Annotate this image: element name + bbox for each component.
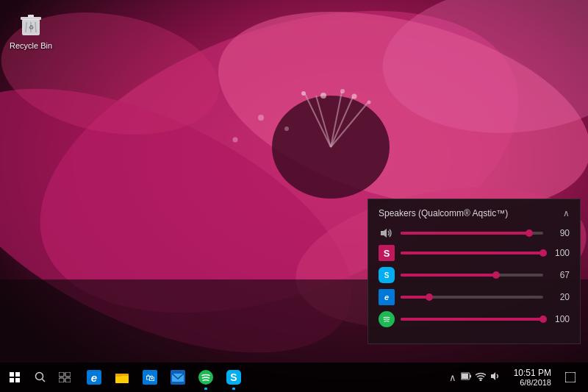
spotify-icon — [379, 311, 395, 327]
svg-point-12 — [340, 89, 345, 93]
svg-rect-39 — [65, 372, 71, 377]
svg-point-14 — [368, 101, 371, 104]
svg-point-16 — [258, 115, 264, 121]
volume-icon[interactable] — [490, 371, 501, 383]
battery-icon[interactable] — [461, 372, 471, 383]
svg-rect-45 — [115, 376, 129, 383]
recycle-bin-label: Recycle Bin — [10, 41, 52, 50]
skype-volume-value: 67 — [549, 270, 570, 280]
svg-line-37 — [43, 379, 46, 382]
taskbar: e 🛍 — [0, 363, 588, 392]
edge-slider[interactable] — [401, 296, 543, 299]
svg-text:S: S — [384, 271, 390, 279]
svg-text:e: e — [384, 293, 389, 302]
spotify-volume-value: 100 — [549, 314, 570, 324]
desktop: ♻ Recycle Bin Speakers (Qualcomm® Aqstic… — [0, 0, 588, 392]
svg-rect-25 — [28, 15, 34, 18]
svg-point-18 — [233, 138, 238, 143]
clock-time: 10:51 PM — [514, 368, 551, 378]
svg-rect-55 — [470, 374, 471, 377]
tray-overflow-button[interactable]: ∧ — [449, 372, 456, 383]
edge-volume-value: 20 — [549, 292, 570, 302]
sys-tray-icons: ∧ — [443, 363, 506, 392]
clock-date: 6/8/2018 — [520, 378, 551, 387]
skype-slider[interactable] — [401, 274, 543, 277]
volume-row-spotify: 100 — [379, 311, 570, 327]
taskbar-mail-button[interactable] — [165, 363, 191, 391]
speaker-volume-value: 90 — [549, 228, 570, 238]
store-icon: 🛍 — [143, 370, 157, 385]
svg-point-17 — [284, 126, 289, 131]
svg-rect-46 — [115, 374, 121, 377]
taskbar-spotify-button[interactable] — [193, 363, 219, 391]
s-app-slider[interactable] — [401, 252, 543, 254]
svg-marker-30 — [381, 229, 387, 238]
volume-row-s-app: S 100 — [379, 245, 570, 261]
edge-icon: e — [379, 289, 395, 305]
svg-point-57 — [479, 379, 481, 381]
search-icon — [35, 371, 46, 383]
collapse-chevron[interactable]: ∧ — [563, 208, 570, 218]
svg-point-13 — [352, 94, 357, 99]
taskbar-skype-button[interactable]: S — [220, 363, 247, 391]
taskbar-skype-icon: S — [226, 370, 241, 385]
volume-svg — [490, 371, 501, 381]
mail-icon — [171, 370, 185, 385]
svg-point-15 — [301, 91, 306, 96]
wifi-svg — [476, 372, 486, 381]
svg-rect-38 — [59, 372, 64, 377]
svg-rect-59 — [565, 372, 576, 382]
speaker-icon — [379, 227, 395, 239]
task-view-icon — [59, 372, 71, 382]
system-tray: ∧ — [443, 363, 588, 392]
s-app-volume-value: 100 — [549, 248, 570, 258]
svg-line-26 — [26, 22, 26, 32]
taskbar-edge-button[interactable]: e — [81, 363, 107, 391]
svg-text:e: e — [91, 371, 97, 384]
svg-point-11 — [320, 93, 326, 99]
taskbar-app-icons: e 🛍 — [78, 363, 443, 391]
recycle-bin-icon: ♻ — [16, 9, 46, 38]
taskbar-spotify-icon — [198, 370, 213, 385]
svg-text:♻: ♻ — [29, 24, 34, 31]
svg-text:🛍: 🛍 — [146, 372, 155, 383]
svg-point-36 — [36, 373, 43, 380]
s-app-icon: S — [379, 245, 395, 261]
windows-icon — [10, 372, 20, 382]
wifi-icon[interactable] — [476, 372, 486, 383]
panel-title: Speakers (Qualcomm® Aqstic™) — [379, 208, 508, 218]
svg-line-28 — [35, 22, 36, 32]
svg-marker-58 — [491, 372, 495, 380]
recycle-bin[interactable]: ♻ Recycle Bin — [6, 6, 56, 53]
taskbar-explorer-button[interactable] — [109, 363, 135, 391]
task-view-button[interactable] — [51, 363, 78, 391]
action-center-icon — [565, 372, 576, 382]
explorer-icon — [115, 370, 129, 385]
svg-rect-40 — [59, 378, 64, 382]
taskbar-store-button[interactable]: 🛍 — [137, 363, 163, 391]
volume-row-skype: S 67 — [379, 267, 570, 283]
search-button[interactable] — [29, 363, 51, 391]
volume-panel: Speakers (Qualcomm® Aqstic™) ∧ 90 S — [368, 199, 581, 344]
spotify-slider[interactable] — [401, 318, 543, 321]
action-center-button[interactable] — [559, 363, 582, 392]
panel-header: Speakers (Qualcomm® Aqstic™) ∧ — [379, 208, 570, 218]
skype-icon: S — [379, 267, 395, 283]
svg-rect-56 — [462, 374, 468, 379]
volume-row-edge: e 20 — [379, 289, 570, 305]
svg-text:S: S — [230, 371, 237, 383]
battery-svg — [461, 372, 471, 381]
start-button[interactable] — [0, 363, 29, 392]
speaker-slider[interactable] — [401, 232, 543, 235]
svg-rect-41 — [65, 378, 71, 382]
volume-row-speaker: 90 — [379, 227, 570, 239]
taskbar-clock[interactable]: 10:51 PM 6/8/2018 — [508, 363, 557, 392]
